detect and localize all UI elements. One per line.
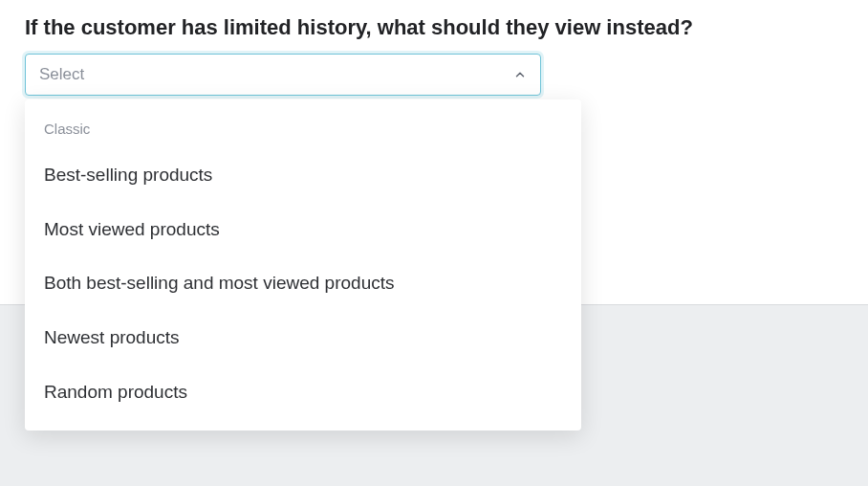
dropdown-menu: Classic Best-selling products Most viewe… <box>25 99 581 431</box>
select-dropdown[interactable]: Select <box>25 54 541 96</box>
dropdown-group-label: Classic <box>25 115 581 148</box>
dropdown-option[interactable]: Most viewed products <box>25 203 581 257</box>
question-label: If the customer has limited history, wha… <box>0 0 868 54</box>
dropdown-option[interactable]: Both best-selling and most viewed produc… <box>25 256 581 311</box>
select-wrapper: Select Classic Best-selling products Mos… <box>0 54 868 96</box>
chevron-up-icon <box>513 68 527 81</box>
select-placeholder-text: Select <box>39 65 84 84</box>
dropdown-option[interactable]: Newest products <box>25 311 581 365</box>
dropdown-option[interactable]: Best-selling products <box>25 148 581 203</box>
dropdown-option[interactable]: Random products <box>25 365 581 420</box>
